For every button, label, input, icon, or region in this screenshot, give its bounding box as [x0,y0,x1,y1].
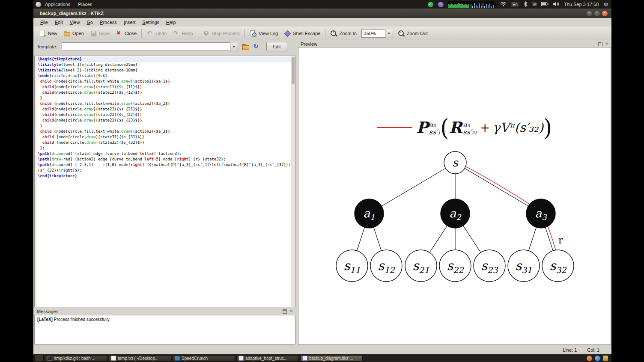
template-bar: Template: Edit [33,41,296,53]
toolbar-separator [244,29,245,38]
red-edge [456,161,542,212]
open-button[interactable]: Open [60,28,87,39]
template-combobox[interactable] [62,42,238,51]
template-edit-label: Edit [273,44,281,49]
system-monitor-applet[interactable] [448,1,495,8]
redo-button: Redo [170,28,196,39]
template-browse-button[interactable] [241,42,250,51]
keyboard-layout-indicator[interactable]: En [511,2,519,7]
session-menu-icon[interactable] [603,1,608,8]
toolbar-separator [325,29,325,38]
preview-header-buttons [598,42,611,46]
taskbar: /tmp/ktikz.git : bash ... temp.txt (~/De… [33,354,611,362]
terminal-icon [47,356,52,361]
close-icon[interactable] [289,309,294,314]
zoom-dropdown-arrow-icon[interactable] [385,29,393,38]
top-panel-menus: Applications Places [33,2,96,7]
zoom-in-label: Zoom In [339,31,356,36]
new-label: New [48,31,57,36]
code-line: child {node[circle,fill,text=white,draw]… [38,101,291,107]
menu-go[interactable]: Go [83,20,96,25]
taskbar-item-backup-diagram[interactable]: backup_diagram.tikz ... [300,355,363,362]
template-edit-button[interactable]: Edit [266,42,287,51]
new-button[interactable]: New [36,28,60,39]
applications-menu[interactable]: Applications [41,2,74,7]
edge-label-r: r [558,235,563,246]
wifi-icon[interactable] [500,1,507,7]
bluetooth-icon[interactable] [524,1,528,8]
taskbar-item-label: /tmp/ktikz.git : bash ... [54,356,95,361]
code-area[interactable]: \begin{tikzpicture}\tikzstyle{level 1}=[… [38,56,291,179]
undock-icon[interactable] [598,42,602,46]
editor-scrollbar[interactable] [291,56,295,307]
code-line: \path[draw=red] (action3) edge [curve to… [38,157,291,162]
menu-process[interactable]: Process [96,20,120,25]
updates-ok-icon[interactable] [428,2,433,7]
editor-icon-border [35,56,37,307]
taskbar-item-speedcrunch[interactable]: SpeedCrunch [173,355,235,362]
maximize-button[interactable] [594,11,600,16]
save-label: Save [99,31,110,36]
zoom-value[interactable]: 350% [361,29,385,38]
code-line: child {node[circle,fill,text=white,draw]… [38,79,291,84]
messages-title: Messages [34,309,58,314]
tree-edge [369,163,455,214]
menu-help[interactable]: Help [163,20,179,25]
editor-scrollbar-thumb[interactable] [292,57,295,84]
tray-app-icon-orange[interactable] [587,356,592,361]
messages-log: [LaTeX] Process finished successfully. [34,315,295,344]
toolbar-separator [198,29,198,38]
distro-logo-icon[interactable] [36,2,41,7]
titlebar[interactable]: backup_diagram.tikz - KTikZ [33,9,611,18]
desktop: Applications Places [33,0,611,362]
menu-insert[interactable]: Insert [120,20,139,25]
window-buttons [587,11,611,16]
minimize-button[interactable] [587,11,592,16]
taskbar-item-textfile[interactable]: temp.txt (~/Desktop... [109,355,171,362]
code-line: child {node[circle,fill,text=white,draw]… [38,129,291,134]
taskbar-item-adaptive-hopf[interactable]: adaptive_hopf_struc... [236,355,299,362]
close-icon[interactable] [605,42,609,46]
statusbar: Line: 1 Col: 1 [33,345,611,355]
tray-app-icon-blue[interactable] [595,356,600,361]
calculator-icon [175,356,180,361]
template-dropdown-arrow-icon[interactable] [230,42,238,51]
volume-icon[interactable] [553,2,559,7]
status-line: Line: 1 [563,347,577,353]
clock[interactable]: Thu Sep 3 17:58 [564,2,599,7]
code-editor[interactable]: \begin{tikzpicture}\tikzstyle{level 1}=[… [34,56,295,307]
undock-icon[interactable] [283,309,287,314]
indicator-icon[interactable] [438,2,444,7]
battery-icon[interactable] [541,2,549,7]
log-prefix: [LaTeX] [37,317,53,322]
taskbar-item-terminal[interactable]: /tmp/ktikz.git : bash ... [45,355,107,362]
menu-edit[interactable]: Edit [51,20,66,25]
menu-view[interactable]: View [66,20,83,25]
tray-app-icon-gold[interactable] [603,356,608,361]
status-col: Col: 1 [587,347,599,353]
menu-file[interactable]: File [37,20,51,25]
code-line: \tikzstyle{level 2}=[sibling distance=10… [38,68,291,73]
undo-arrow-icon [146,30,153,37]
main-toolbar: New Open Save Close Undo [33,27,611,40]
menu-settings[interactable]: Settings [139,20,163,25]
code-line: (s'_{32})\right)$}; [38,168,291,173]
zoom-out-button[interactable]: Zoom Out [395,28,431,39]
places-menu[interactable]: Places [74,2,96,7]
show-desktop-button[interactable] [34,355,44,362]
zoom-combobox[interactable]: 350% [361,29,393,38]
taskbar-item-label: backup_diagram.tikz ... [309,356,353,361]
stop-icon [203,30,210,37]
template-value[interactable] [62,42,230,51]
close-x-icon [116,30,122,37]
close-window-button[interactable] [602,11,608,16]
close-file-button[interactable]: Close [113,28,140,39]
template-reload-button[interactable] [252,42,261,51]
code-line: child{node[circle,draw](state23){$s_{23}… [38,118,291,123]
zoom-in-button[interactable]: Zoom In [327,28,359,39]
mail-icon[interactable] [532,1,537,7]
view-log-button[interactable]: View Log [247,28,281,39]
open-folder-icon [63,30,70,37]
code-line: \tikzstyle{level 1}=[sibling distance=25… [38,62,291,68]
shell-escape-button[interactable]: Shell Escape [281,28,323,39]
